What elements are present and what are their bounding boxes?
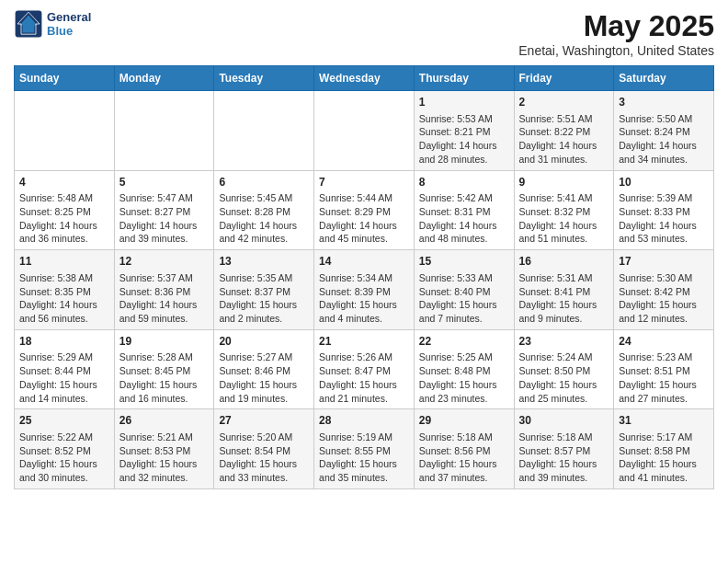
calendar-cell: 22Sunrise: 5:25 AM Sunset: 8:48 PM Dayli… — [414, 329, 514, 409]
day-number: 19 — [119, 334, 210, 350]
calendar-cell: 12Sunrise: 5:37 AM Sunset: 8:36 PM Dayli… — [114, 250, 214, 330]
calendar-cell: 9Sunrise: 5:41 AM Sunset: 8:32 PM Daylig… — [514, 170, 614, 250]
day-number: 7 — [319, 175, 409, 190]
day-number: 20 — [219, 334, 309, 350]
day-info: Sunrise: 5:17 AM Sunset: 8:58 PM Dayligh… — [619, 431, 709, 485]
week-row: 11Sunrise: 5:38 AM Sunset: 8:35 PM Dayli… — [15, 250, 714, 330]
day-header: Wednesday — [314, 66, 415, 91]
day-number: 13 — [219, 254, 309, 270]
day-info: Sunrise: 5:26 AM Sunset: 8:47 PM Dayligh… — [319, 350, 409, 405]
day-info: Sunrise: 5:29 AM Sunset: 8:44 PM Dayligh… — [19, 350, 109, 405]
day-number: 21 — [319, 334, 409, 350]
calendar-cell: 6Sunrise: 5:45 AM Sunset: 8:28 PM Daylig… — [214, 170, 314, 250]
calendar-cell: 28Sunrise: 5:19 AM Sunset: 8:55 PM Dayli… — [314, 409, 415, 489]
day-number: 28 — [319, 413, 409, 429]
calendar-cell: 3Sunrise: 5:50 AM Sunset: 8:24 PM Daylig… — [614, 91, 714, 171]
day-header: Monday — [114, 66, 214, 91]
day-info: Sunrise: 5:37 AM Sunset: 8:36 PM Dayligh… — [119, 271, 210, 326]
calendar-cell: 5Sunrise: 5:47 AM Sunset: 8:27 PM Daylig… — [114, 170, 214, 250]
calendar-cell: 19Sunrise: 5:28 AM Sunset: 8:45 PM Dayli… — [114, 329, 214, 409]
calendar-cell: 7Sunrise: 5:44 AM Sunset: 8:29 PM Daylig… — [314, 170, 415, 250]
day-info: Sunrise: 5:18 AM Sunset: 8:57 PM Dayligh… — [519, 431, 609, 485]
calendar-cell: 1Sunrise: 5:53 AM Sunset: 8:21 PM Daylig… — [414, 91, 514, 171]
calendar-cell: 18Sunrise: 5:29 AM Sunset: 8:44 PM Dayli… — [15, 329, 115, 409]
day-number: 12 — [119, 254, 210, 270]
day-info: Sunrise: 5:25 AM Sunset: 8:48 PM Dayligh… — [419, 350, 509, 405]
calendar-cell: 4Sunrise: 5:48 AM Sunset: 8:25 PM Daylig… — [15, 170, 115, 250]
day-number: 30 — [519, 413, 609, 429]
day-number: 23 — [519, 334, 609, 350]
calendar-cell — [15, 91, 115, 171]
day-number: 15 — [419, 254, 509, 270]
calendar-cell: 29Sunrise: 5:18 AM Sunset: 8:56 PM Dayli… — [414, 409, 514, 489]
day-number: 27 — [219, 413, 309, 429]
week-row: 18Sunrise: 5:29 AM Sunset: 8:44 PM Dayli… — [15, 329, 714, 409]
calendar-cell — [214, 91, 314, 171]
day-info: Sunrise: 5:33 AM Sunset: 8:40 PM Dayligh… — [419, 271, 509, 326]
calendar-cell: 14Sunrise: 5:34 AM Sunset: 8:39 PM Dayli… — [314, 250, 415, 330]
day-header: Sunday — [15, 66, 115, 91]
day-number: 16 — [519, 254, 609, 270]
calendar-cell: 2Sunrise: 5:51 AM Sunset: 8:22 PM Daylig… — [514, 91, 614, 171]
day-info: Sunrise: 5:38 AM Sunset: 8:35 PM Dayligh… — [19, 271, 109, 326]
calendar-cell — [114, 91, 214, 171]
day-number: 17 — [619, 254, 709, 270]
day-number: 10 — [619, 175, 709, 190]
day-info: Sunrise: 5:41 AM Sunset: 8:32 PM Dayligh… — [519, 191, 609, 246]
header: General Blue May 2025 Enetai, Washington… — [14, 9, 714, 58]
week-row: 4Sunrise: 5:48 AM Sunset: 8:25 PM Daylig… — [15, 170, 714, 250]
day-info: Sunrise: 5:19 AM Sunset: 8:55 PM Dayligh… — [319, 431, 409, 485]
day-info: Sunrise: 5:21 AM Sunset: 8:53 PM Dayligh… — [119, 431, 210, 485]
calendar-cell: 30Sunrise: 5:18 AM Sunset: 8:57 PM Dayli… — [514, 409, 614, 489]
logo-text: General Blue — [47, 10, 91, 38]
day-info: Sunrise: 5:39 AM Sunset: 8:33 PM Dayligh… — [619, 191, 709, 246]
day-header: Friday — [514, 66, 614, 91]
day-info: Sunrise: 5:47 AM Sunset: 8:27 PM Dayligh… — [119, 191, 210, 246]
logo-icon — [14, 9, 43, 39]
day-info: Sunrise: 5:28 AM Sunset: 8:45 PM Dayligh… — [119, 350, 210, 405]
logo: General Blue — [14, 9, 91, 39]
calendar-cell: 13Sunrise: 5:35 AM Sunset: 8:37 PM Dayli… — [214, 250, 314, 330]
day-info: Sunrise: 5:30 AM Sunset: 8:42 PM Dayligh… — [619, 271, 709, 326]
day-info: Sunrise: 5:23 AM Sunset: 8:51 PM Dayligh… — [619, 350, 709, 405]
day-info: Sunrise: 5:22 AM Sunset: 8:52 PM Dayligh… — [19, 431, 109, 485]
day-number: 24 — [619, 334, 709, 350]
calendar-cell: 27Sunrise: 5:20 AM Sunset: 8:54 PM Dayli… — [214, 409, 314, 489]
header-row: SundayMondayTuesdayWednesdayThursdayFrid… — [15, 66, 714, 91]
day-number: 26 — [119, 413, 210, 429]
week-row: 25Sunrise: 5:22 AM Sunset: 8:52 PM Dayli… — [15, 409, 714, 489]
calendar-table: SundayMondayTuesdayWednesdayThursdayFrid… — [14, 65, 714, 489]
calendar-cell: 17Sunrise: 5:30 AM Sunset: 8:42 PM Dayli… — [614, 250, 714, 330]
day-info: Sunrise: 5:45 AM Sunset: 8:28 PM Dayligh… — [219, 191, 309, 246]
day-number: 2 — [519, 95, 609, 110]
day-number: 22 — [419, 334, 509, 350]
day-info: Sunrise: 5:18 AM Sunset: 8:56 PM Dayligh… — [419, 431, 509, 485]
day-header: Thursday — [414, 66, 514, 91]
calendar-cell: 24Sunrise: 5:23 AM Sunset: 8:51 PM Dayli… — [614, 329, 714, 409]
day-info: Sunrise: 5:50 AM Sunset: 8:24 PM Dayligh… — [619, 112, 709, 167]
day-number: 14 — [319, 254, 409, 270]
calendar-cell — [314, 91, 415, 171]
day-info: Sunrise: 5:27 AM Sunset: 8:46 PM Dayligh… — [219, 350, 309, 405]
day-info: Sunrise: 5:53 AM Sunset: 8:21 PM Dayligh… — [419, 112, 509, 167]
day-number: 1 — [419, 95, 509, 110]
calendar-cell: 15Sunrise: 5:33 AM Sunset: 8:40 PM Dayli… — [414, 250, 514, 330]
day-info: Sunrise: 5:42 AM Sunset: 8:31 PM Dayligh… — [419, 191, 509, 246]
calendar-cell: 16Sunrise: 5:31 AM Sunset: 8:41 PM Dayli… — [514, 250, 614, 330]
day-info: Sunrise: 5:51 AM Sunset: 8:22 PM Dayligh… — [519, 112, 609, 167]
calendar-cell: 20Sunrise: 5:27 AM Sunset: 8:46 PM Dayli… — [214, 329, 314, 409]
day-info: Sunrise: 5:24 AM Sunset: 8:50 PM Dayligh… — [519, 350, 609, 405]
calendar-cell: 8Sunrise: 5:42 AM Sunset: 8:31 PM Daylig… — [414, 170, 514, 250]
calendar-cell: 26Sunrise: 5:21 AM Sunset: 8:53 PM Dayli… — [114, 409, 214, 489]
calendar-cell: 21Sunrise: 5:26 AM Sunset: 8:47 PM Dayli… — [314, 329, 415, 409]
day-header: Saturday — [614, 66, 714, 91]
day-number: 6 — [219, 175, 309, 190]
calendar-cell: 31Sunrise: 5:17 AM Sunset: 8:58 PM Dayli… — [614, 409, 714, 489]
subtitle: Enetai, Washington, United States — [518, 43, 714, 58]
day-info: Sunrise: 5:31 AM Sunset: 8:41 PM Dayligh… — [519, 271, 609, 326]
day-info: Sunrise: 5:48 AM Sunset: 8:25 PM Dayligh… — [19, 191, 109, 246]
day-header: Tuesday — [214, 66, 314, 91]
week-row: 1Sunrise: 5:53 AM Sunset: 8:21 PM Daylig… — [15, 91, 714, 171]
day-number: 4 — [19, 175, 109, 190]
day-number: 18 — [19, 334, 109, 350]
